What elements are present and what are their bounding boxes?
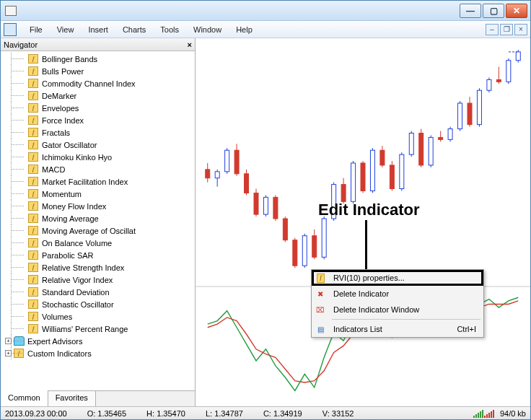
tree-item-label: Bulls Power <box>42 67 84 76</box>
navigator-header[interactable]: Navigator × <box>1 38 195 51</box>
menu-insert[interactable]: Insert <box>81 23 115 36</box>
tree-item[interactable]: fMoney Flow Index <box>1 200 195 212</box>
connection-bars-icon <box>473 409 494 418</box>
tree-item[interactable]: fCommodity Channel Index <box>1 77 195 89</box>
ctx-indicators-list-shortcut: Ctrl+I <box>457 325 476 333</box>
menu-file[interactable]: File <box>22 23 50 36</box>
svg-rect-33 <box>361 163 365 191</box>
close-button[interactable]: ✕ <box>506 4 527 18</box>
navigator-tree[interactable]: fBollinger BandsfBulls PowerfCommodity C… <box>1 51 195 390</box>
tree-item-label: Moving Average of Oscillat <box>42 227 136 235</box>
menu-charts[interactable]: Charts <box>115 23 153 36</box>
svg-rect-9 <box>245 174 249 193</box>
tree-item[interactable]: fRelative Strength Index <box>1 261 195 274</box>
tree-item[interactable]: fStochastic Oscillator <box>1 298 195 310</box>
svg-rect-53 <box>458 103 462 129</box>
svg-rect-55 <box>468 103 472 125</box>
tab-common[interactable]: Common <box>1 390 48 406</box>
svg-rect-25 <box>322 219 326 257</box>
svg-rect-29 <box>341 185 346 202</box>
titlebar[interactable]: — ▢ ✕ <box>1 1 530 21</box>
navigator-title: Navigator <box>4 40 38 49</box>
ctx-indicators-list[interactable]: ▤ Indicators List Ctrl+I <box>312 321 483 337</box>
mdi-close-button[interactable]: × <box>514 24 527 35</box>
tree-item-label: On Balance Volume <box>42 239 112 248</box>
indicator-icon: f <box>28 115 38 125</box>
tree-item-label: Standard Deviation <box>42 288 110 297</box>
tree-root-item[interactable]: +fCustom Indicators <box>1 347 195 359</box>
tree-item[interactable]: fMarket Facilitation Index <box>1 175 195 188</box>
indicator-icon: f <box>28 128 38 137</box>
tree-item[interactable]: fRelative Vigor Index <box>1 274 195 286</box>
indicator-icon: f <box>28 79 38 88</box>
mdi-restore-button[interactable]: ❐ <box>500 24 513 35</box>
svg-rect-3 <box>215 172 219 178</box>
tree-item[interactable]: fFractals <box>1 126 195 139</box>
minimize-button[interactable]: — <box>460 4 481 18</box>
navigator-close-icon[interactable]: × <box>188 40 192 49</box>
tree-item[interactable]: fOn Balance Volume <box>1 237 195 249</box>
menubar: FileViewInsertChartsToolsWindowHelp – ❐ … <box>1 21 530 38</box>
menu-help[interactable]: Help <box>229 23 260 36</box>
status-high: H: 1.35470 <box>146 409 185 418</box>
svg-rect-23 <box>312 236 317 258</box>
tree-item[interactable]: fParabolic SAR <box>1 249 195 261</box>
tree-item[interactable]: fMACD <box>1 163 195 175</box>
window-icon <box>5 6 17 16</box>
svg-rect-11 <box>254 193 258 214</box>
tree-item-label: Volumes <box>42 312 72 321</box>
tree-item-label: Stochastic Oscillator <box>42 300 114 309</box>
mdi-minimize-button[interactable]: – <box>486 24 499 35</box>
tree-item-label: Force Index <box>42 116 84 125</box>
statusbar: 2013.09.23 00:00 O: 1.35465 H: 1.35470 L… <box>1 406 530 419</box>
tree-item-label: Fractals <box>42 128 70 137</box>
tree-item-label: DeMarker <box>42 92 76 100</box>
ctx-delete-indicator[interactable]: ✖ Delete Indicator <box>312 286 483 302</box>
tree-root-item[interactable]: +Expert Advisors <box>1 335 195 347</box>
tree-item-label: Parabolic SAR <box>42 251 94 260</box>
tab-favorites[interactable]: Favorites <box>48 391 96 406</box>
tree-item[interactable]: fVolumes <box>1 310 195 323</box>
indicator-icon: f <box>28 287 38 297</box>
expand-icon[interactable]: + <box>5 350 12 356</box>
maximize-button[interactable]: ▢ <box>483 4 504 18</box>
menu-view[interactable]: View <box>50 23 82 36</box>
tree-item[interactable]: fBulls Power <box>1 65 195 77</box>
indicator-icon: f <box>28 103 38 113</box>
chart-area[interactable]: Edit Indicator f RVI(10) properties... ✖… <box>196 38 530 406</box>
ctx-separator <box>332 319 480 320</box>
tree-item-label: Gator Oscillator <box>42 141 97 149</box>
ctx-delete-indicator-label: Delete Indicator <box>333 289 389 298</box>
status-close: C: 1.34919 <box>263 409 302 418</box>
chart-canvas[interactable] <box>196 38 530 406</box>
tree-item[interactable]: fGator Oscillator <box>1 139 195 151</box>
indicator-icon: f <box>28 54 38 64</box>
indicator-icon: f <box>28 152 38 162</box>
expand-icon[interactable]: + <box>5 338 12 344</box>
indicator-icon: f <box>28 201 38 211</box>
tree-item[interactable]: fMoving Average <box>1 212 195 224</box>
navigator-panel: Navigator × fBollinger BandsfBulls Power… <box>1 38 196 406</box>
tree-item[interactable]: fIchimoku Kinko Hyo <box>1 151 195 163</box>
tree-item[interactable]: fWilliams' Percent Range <box>1 323 195 335</box>
indicator-icon: f <box>28 91 38 100</box>
tree-item-label: Money Flow Index <box>42 202 106 211</box>
tree-item[interactable]: fBollinger Bands <box>1 53 195 65</box>
tree-item[interactable]: fDeMarker <box>1 89 195 102</box>
tree-item-label: MACD <box>42 165 65 174</box>
menu-window[interactable]: Window <box>186 23 229 36</box>
ctx-properties[interactable]: f RVI(10) properties... <box>312 270 483 286</box>
tree-item[interactable]: fStandard Deviation <box>1 286 195 298</box>
svg-rect-17 <box>283 219 287 240</box>
tree-item[interactable]: fMomentum <box>1 188 195 200</box>
tree-item[interactable]: fMoving Average of Oscillat <box>1 224 195 237</box>
tree-item[interactable]: fEnvelopes <box>1 102 195 114</box>
tree-item[interactable]: fForce Index <box>1 114 195 126</box>
tree-item-label: Commodity Channel Index <box>42 79 136 88</box>
svg-rect-49 <box>439 137 443 139</box>
properties-icon: f <box>317 272 328 284</box>
status-open: O: 1.35465 <box>87 409 126 418</box>
menu-tools[interactable]: Tools <box>153 23 186 36</box>
ctx-delete-window[interactable]: ⌧ Delete Indicator Window <box>312 302 483 318</box>
status-volume: V: 33152 <box>322 409 354 418</box>
